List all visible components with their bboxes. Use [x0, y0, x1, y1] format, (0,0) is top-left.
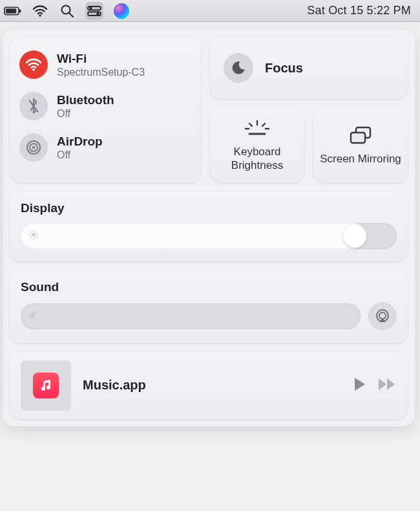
- menubar-datetime[interactable]: Sat Oct 15 5:22 PM: [304, 4, 414, 17]
- screen-mirroring-icon: [348, 124, 373, 147]
- airdrop-toggle[interactable]: AirDrop Off: [18, 127, 193, 168]
- svg-point-9: [96, 12, 99, 15]
- keyboard-brightness-tile[interactable]: Keyboard Brightness: [209, 107, 305, 183]
- svg-point-23: [32, 233, 36, 237]
- svg-point-7: [89, 6, 92, 9]
- music-app-icon: [33, 373, 59, 398]
- display-brightness-slider[interactable]: [21, 223, 397, 249]
- svg-point-14: [32, 146, 35, 149]
- play-button[interactable]: [353, 376, 367, 395]
- svg-point-3: [39, 14, 41, 17]
- sun-icon: [28, 230, 39, 243]
- sound-output-button[interactable]: [368, 302, 397, 331]
- airplay-audio-icon: [374, 308, 391, 325]
- sound-label: Sound: [21, 280, 397, 294]
- bluetooth-toggle[interactable]: Bluetooth Off: [18, 85, 193, 127]
- menubar: Sat Oct 15 5:22 PM: [0, 0, 420, 22]
- display-tile: Display: [9, 191, 408, 262]
- bluetooth-subtitle: Off: [57, 108, 114, 120]
- sound-volume-slider[interactable]: [21, 303, 361, 329]
- svg-line-28: [30, 232, 31, 232]
- airdrop-icon: [19, 133, 48, 162]
- battery-icon[interactable]: [4, 2, 22, 20]
- svg-rect-1: [6, 8, 16, 13]
- keyboard-brightness-icon: [243, 116, 271, 140]
- next-track-button[interactable]: [377, 377, 397, 394]
- svg-rect-2: [19, 9, 21, 12]
- svg-point-34: [379, 312, 386, 319]
- wifi-icon: [19, 50, 48, 79]
- keyboard-brightness-label: Keyboard Brightness: [215, 145, 300, 173]
- display-label: Display: [21, 201, 397, 215]
- speaker-muted-icon: [28, 310, 40, 323]
- bluetooth-title: Bluetooth: [57, 93, 114, 107]
- wifi-subtitle: SpectrumSetup-C3: [57, 67, 145, 78]
- screen-mirroring-label: Screen Mirroring: [320, 152, 401, 166]
- svg-line-17: [249, 124, 252, 126]
- now-playing-artwork: [21, 360, 71, 411]
- svg-rect-22: [351, 133, 365, 143]
- bluetooth-icon: [19, 92, 48, 120]
- focus-tile[interactable]: Focus: [209, 36, 408, 100]
- screen-mirroring-tile[interactable]: Screen Mirroring: [313, 107, 408, 183]
- control-center-panel: Wi-Fi SpectrumSetup-C3 Bluetooth Off A: [3, 30, 415, 426]
- wifi-title: Wi-Fi: [57, 52, 145, 66]
- now-playing-tile[interactable]: Music.app: [9, 351, 408, 420]
- control-center-menubar-icon[interactable]: [85, 2, 103, 20]
- focus-moon-icon: [224, 53, 253, 83]
- svg-point-10: [32, 69, 35, 71]
- spotlight-search-icon[interactable]: [58, 2, 76, 20]
- focus-label: Focus: [265, 61, 303, 76]
- sound-tile: Sound: [9, 270, 408, 343]
- connectivity-tile: Wi-Fi SpectrumSetup-C3 Bluetooth Off A: [9, 36, 202, 183]
- svg-line-30: [30, 237, 31, 237]
- siri-icon[interactable]: [112, 2, 131, 20]
- svg-line-29: [36, 237, 37, 237]
- wifi-toggle[interactable]: Wi-Fi SpectrumSetup-C3: [18, 44, 193, 85]
- svg-line-18: [262, 124, 265, 126]
- svg-line-31: [36, 232, 37, 232]
- wifi-menubar-icon[interactable]: [31, 2, 49, 20]
- airdrop-subtitle: Off: [57, 149, 103, 161]
- now-playing-title: Music.app: [83, 378, 341, 393]
- svg-line-5: [69, 13, 73, 17]
- airdrop-title: AirDrop: [57, 135, 103, 149]
